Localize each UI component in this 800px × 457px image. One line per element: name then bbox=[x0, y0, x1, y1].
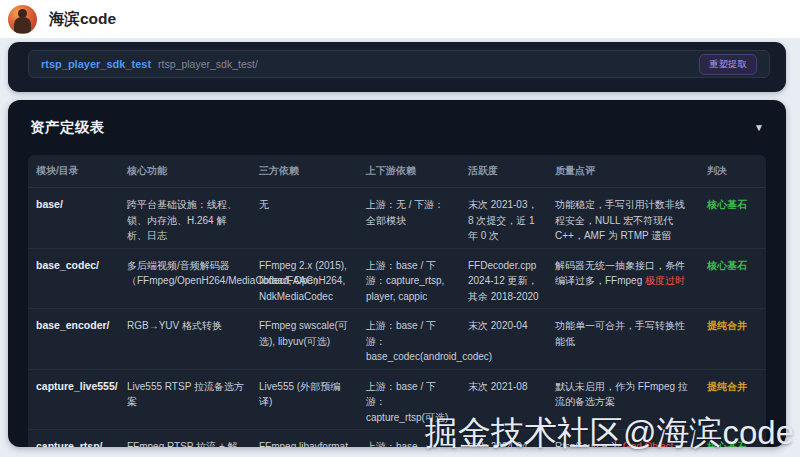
cell-activity: 末次 2020-04 bbox=[468, 318, 555, 365]
cell-quality: RtspSource 为 God Object（3000+ 行），5~6 个文件… bbox=[555, 439, 707, 447]
cell-module: base/ bbox=[36, 197, 127, 244]
table-row: base/跨平台基础设施：线程、锁、内存池、H.264 解析、日志无上游：无 /… bbox=[28, 188, 766, 249]
cell-module: capture_rtsp/ bbox=[36, 439, 127, 447]
table-row: base_codec/多后端视频/音频解码器（FFmpeg/OpenH264/M… bbox=[28, 249, 766, 310]
cell-deps: Live555 (外部预编译) bbox=[259, 379, 366, 426]
cell-activity: 末次 2024-04，最活跃 bbox=[468, 439, 555, 447]
cell-quality: 功能单一可合并，手写转换性能低 bbox=[555, 318, 707, 365]
table-row: base_encoder/RGB→YUV 格式转换FFmpeg swscale(… bbox=[28, 309, 766, 370]
cell-updown: 上游：base, base_codec, record / 下游：player_… bbox=[366, 439, 468, 447]
column-header: 上下游依赖 bbox=[366, 164, 468, 178]
cell-updown: 上游：base / 下游：capture_rtsp, player, cappi… bbox=[366, 258, 468, 305]
cell-verdict: 提纯合并 bbox=[707, 379, 766, 426]
repo-link[interactable]: rtsp_player_sdk_test bbox=[41, 58, 151, 70]
cell-core: Live555 RTSP 拉流备选方案 bbox=[127, 379, 259, 426]
column-header: 活跃度 bbox=[468, 164, 555, 178]
re-extract-button[interactable]: 重塑提取 bbox=[699, 54, 757, 75]
table-header: 模块/目录核心功能三方依赖上下游依赖活跃度质量点评判决 bbox=[28, 155, 766, 188]
cell-core: 跨平台基础设施：线程、锁、内存池、H.264 解析、日志 bbox=[127, 197, 259, 244]
cell-updown: 上游：无 / 下游：全部模块 bbox=[366, 197, 468, 244]
author-name: 海滨code bbox=[49, 9, 116, 30]
cell-verdict: 核心基石 bbox=[707, 439, 766, 447]
column-header: 核心功能 bbox=[127, 164, 259, 178]
cell-activity: FFDecoder.cpp 2024-12 更新，其余 2018-2020 bbox=[468, 258, 555, 305]
cell-activity: 末次 2021-03，8 次提交，近 1 年 0 次 bbox=[468, 197, 555, 244]
cell-module: base_codec/ bbox=[36, 258, 127, 305]
cell-deps: FFmpeg swscale(可选), libyuv(可选) bbox=[259, 318, 366, 365]
cell-deps: FFmpeg libavformat, NdkMediaCodec bbox=[259, 439, 366, 447]
cell-activity: 末次 2021-08 bbox=[468, 379, 555, 426]
collapse-triangle-icon[interactable]: ▼ bbox=[754, 122, 764, 133]
column-header: 三方依赖 bbox=[259, 164, 366, 178]
repo-box: rtsp_player_sdk_test rtsp_player_sdk_tes… bbox=[28, 50, 770, 78]
quality-warning: God Object bbox=[623, 441, 674, 447]
asset-table: 模块/目录核心功能三方依赖上下游依赖活跃度质量点评判决 base/跨平台基础设施… bbox=[28, 155, 766, 447]
cell-updown: 上游：base / 下游：base_codec(android_codec) bbox=[366, 318, 468, 365]
cell-core: FFmpeg RTSP 拉流 + 解码 + 缓冲 + 录制管线 bbox=[127, 439, 259, 447]
cell-deps: FFmpeg 2.x (2015), libfaad, OpenH264, Nd… bbox=[259, 258, 366, 305]
cell-quality: 功能稳定，手写引用计数非线程安全，NULL 宏不符现代 C++，AMF 为 RT… bbox=[555, 197, 707, 244]
cell-verdict: 提纯合并 bbox=[707, 318, 766, 365]
quality-warning: 极度过时 bbox=[645, 275, 685, 286]
author-avatar bbox=[8, 5, 37, 34]
table-body: base/跨平台基础设施：线程、锁、内存池、H.264 解析、日志无上游：无 /… bbox=[28, 188, 766, 447]
author-bar: 海滨code bbox=[0, 0, 800, 38]
cell-updown: 上游：base / 下游：capture_rtsp(可选) bbox=[366, 379, 468, 426]
column-header: 模块/目录 bbox=[36, 164, 127, 178]
cell-module: capture_live555/ bbox=[36, 379, 127, 426]
column-header: 判决 bbox=[707, 164, 766, 178]
cell-core: 多后端视频/音频解码器（FFmpeg/OpenH264/MediaCodec/F… bbox=[127, 258, 259, 305]
repo-panel: rtsp_player_sdk_test rtsp_player_sdk_tes… bbox=[8, 42, 786, 92]
cell-quality: 解码器无统一抽象接口，条件编译过多，FFmpeg 极度过时 bbox=[555, 258, 707, 305]
repo-path: rtsp_player_sdk_test/ bbox=[158, 58, 258, 70]
section-header: 资产定级表 ▼ bbox=[8, 100, 786, 155]
table-row: capture_live555/Live555 RTSP 拉流备选方案Live5… bbox=[28, 370, 766, 431]
column-header: 质量点评 bbox=[555, 164, 707, 178]
cell-deps: 无 bbox=[259, 197, 366, 244]
asset-rating-panel: 资产定级表 ▼ 模块/目录核心功能三方依赖上下游依赖活跃度质量点评判决 base… bbox=[8, 100, 786, 447]
cell-verdict: 核心基石 bbox=[707, 197, 766, 244]
section-title: 资产定级表 bbox=[30, 118, 105, 137]
cell-verdict: 核心基石 bbox=[707, 258, 766, 305]
cell-quality: 默认未启用，作为 FFmpeg 拉流的备选方案 bbox=[555, 379, 707, 426]
table-row: capture_rtsp/FFmpeg RTSP 拉流 + 解码 + 缓冲 + … bbox=[28, 430, 766, 447]
cell-core: RGB→YUV 格式转换 bbox=[127, 318, 259, 365]
cell-module: base_encoder/ bbox=[36, 318, 127, 365]
